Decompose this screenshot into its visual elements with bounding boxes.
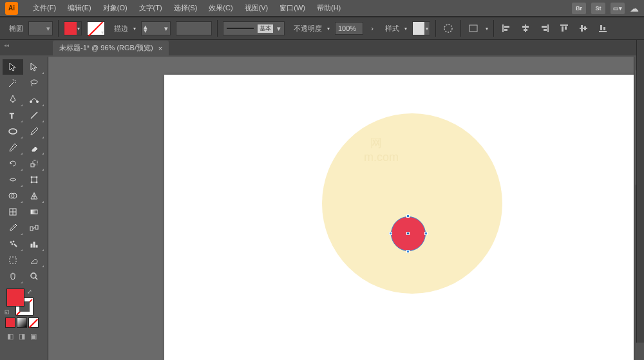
default-colors-icon[interactable]: ◱: [5, 309, 10, 315]
opacity-arrow[interactable]: ›: [368, 22, 376, 35]
sync-icon[interactable]: ☁: [630, 3, 639, 14]
selection-type-label: 椭圆: [5, 24, 23, 33]
canvas[interactable]: 网 m.com: [48, 57, 644, 360]
rotate-tool[interactable]: [3, 156, 23, 171]
svg-point-0: [444, 24, 452, 32]
menu-view[interactable]: 视图(V): [239, 3, 274, 13]
eraser-tool[interactable]: [24, 140, 44, 155]
document-tab[interactable]: 未标题-1* @ 96% (RGB/预览) ×: [53, 41, 169, 55]
color-mode-solid[interactable]: [5, 317, 15, 328]
main-area: T ⤢ ◱ ◧ ◨ ▣ 网 m.com: [0, 57, 644, 360]
pen-tool[interactable]: [3, 91, 23, 107]
recolor-icon[interactable]: [441, 21, 455, 35]
tab-close-icon[interactable]: ×: [158, 44, 162, 52]
opacity-input[interactable]: 100%: [335, 22, 363, 35]
width-tool[interactable]: [3, 172, 23, 187]
direct-selection-tool[interactable]: [24, 59, 44, 75]
blend-tool[interactable]: [24, 220, 44, 236]
color-mode-gradient[interactable]: [17, 317, 27, 328]
paintbrush-tool[interactable]: [24, 124, 44, 139]
style-swatch[interactable]: ▾: [412, 21, 430, 35]
draw-behind-icon[interactable]: ◨: [17, 331, 27, 341]
menu-type[interactable]: 文字(T): [133, 3, 168, 13]
menu-edit[interactable]: 编辑(E): [62, 3, 97, 13]
swap-colors-icon[interactable]: ⤢: [27, 289, 32, 295]
bridge-icon[interactable]: Br: [572, 3, 586, 14]
scale-tool[interactable]: [24, 156, 44, 171]
controlbar: 椭圆 ▾ 描边 ▾ ▴▾▾ 基本▾ 不透明度 ▾ 100% › 样式 ▾ ▾ ▾: [0, 17, 644, 40]
selection-handle-top[interactable]: [406, 214, 410, 218]
svg-rect-19: [603, 27, 605, 30]
shape-builder-tool[interactable]: [3, 188, 23, 204]
toolbox: T ⤢ ◱ ◧ ◨ ▣: [0, 57, 48, 360]
curvature-tool[interactable]: [24, 91, 44, 107]
stroke-weight-input[interactable]: ▴▾▾: [141, 21, 171, 35]
fill-color[interactable]: [6, 289, 24, 307]
svg-point-29: [31, 176, 32, 178]
menu-help[interactable]: 帮助(H): [311, 3, 346, 13]
line-tool[interactable]: [24, 108, 44, 123]
magic-wand-tool[interactable]: [3, 75, 23, 91]
mesh-tool[interactable]: [3, 204, 23, 220]
svg-rect-28: [32, 177, 37, 182]
zoom-tool[interactable]: [24, 269, 44, 284]
brush-definition[interactable]: 基本▾: [223, 21, 285, 35]
menu-window[interactable]: 窗口(W): [274, 3, 311, 13]
svg-rect-40: [35, 225, 38, 229]
align-hcenter-icon[interactable]: [518, 21, 533, 35]
tab-title: 未标题-1* @ 96% (RGB/预览): [59, 43, 153, 53]
svg-rect-1: [469, 25, 477, 32]
type-tool[interactable]: T: [3, 108, 23, 123]
selection-handle-center[interactable]: [406, 232, 410, 235]
selection-handle-left[interactable]: [389, 232, 392, 235]
align-top-icon[interactable]: [557, 21, 571, 35]
eyedropper-tool[interactable]: [3, 220, 23, 236]
variable-width-profile[interactable]: [176, 21, 212, 35]
layout-icon[interactable]: ▭▾: [611, 3, 625, 14]
color-picker-area: ⤢ ◱: [3, 287, 45, 316]
gradient-tool[interactable]: [24, 204, 44, 220]
align-vcenter-icon[interactable]: [576, 21, 591, 35]
screen-modes: ◧ ◨ ▣: [3, 331, 45, 341]
perspective-tool[interactable]: [24, 188, 44, 204]
menu-select[interactable]: 选择(S): [168, 3, 204, 13]
menu-object[interactable]: 对象(O): [97, 3, 133, 13]
draw-normal-icon[interactable]: ◧: [5, 331, 15, 341]
selection-handle-right[interactable]: [424, 232, 428, 235]
symbol-sprayer-tool[interactable]: [3, 236, 23, 252]
slice-tool[interactable]: [24, 252, 44, 268]
svg-rect-6: [522, 26, 529, 28]
draw-inside-icon[interactable]: ▣: [28, 331, 39, 341]
stroke-swatch[interactable]: ▾: [87, 21, 105, 35]
ellipse-tool[interactable]: [3, 124, 23, 139]
svg-point-49: [31, 273, 36, 278]
menu-file[interactable]: 文件(F): [27, 3, 62, 13]
artboard-tool[interactable]: [3, 252, 23, 268]
doc-setup-icon[interactable]: [466, 21, 480, 35]
svg-line-50: [35, 278, 37, 279]
align-bottom-icon[interactable]: [596, 21, 610, 35]
menu-effect[interactable]: 效果(C): [203, 3, 238, 13]
selection-handle-bottom[interactable]: [406, 250, 410, 253]
color-mode-none[interactable]: [28, 317, 39, 328]
align-left-icon[interactable]: [499, 21, 513, 35]
selection-dropdown[interactable]: [28, 21, 53, 35]
svg-point-44: [12, 243, 13, 245]
column-graph-tool[interactable]: [24, 236, 44, 252]
artboard[interactable]: 网 m.com: [164, 75, 644, 360]
stock-icon[interactable]: St: [591, 3, 605, 14]
lasso-tool[interactable]: [24, 75, 44, 91]
stroke-label: 描边: [110, 24, 128, 33]
free-transform-tool[interactable]: [24, 172, 44, 187]
panel-collapse-icon[interactable]: ◂◂: [4, 43, 9, 48]
selection-tool[interactable]: [3, 59, 23, 75]
mini-swatches: [3, 317, 45, 328]
big-circle-shape[interactable]: [322, 113, 502, 294]
pencil-tool[interactable]: [3, 140, 23, 155]
svg-rect-27: [33, 160, 37, 165]
right-dock[interactable]: [636, 40, 644, 343]
hand-tool[interactable]: [3, 269, 23, 284]
align-right-icon[interactable]: [538, 21, 552, 35]
fill-swatch[interactable]: [64, 21, 82, 35]
svg-rect-9: [542, 26, 547, 28]
